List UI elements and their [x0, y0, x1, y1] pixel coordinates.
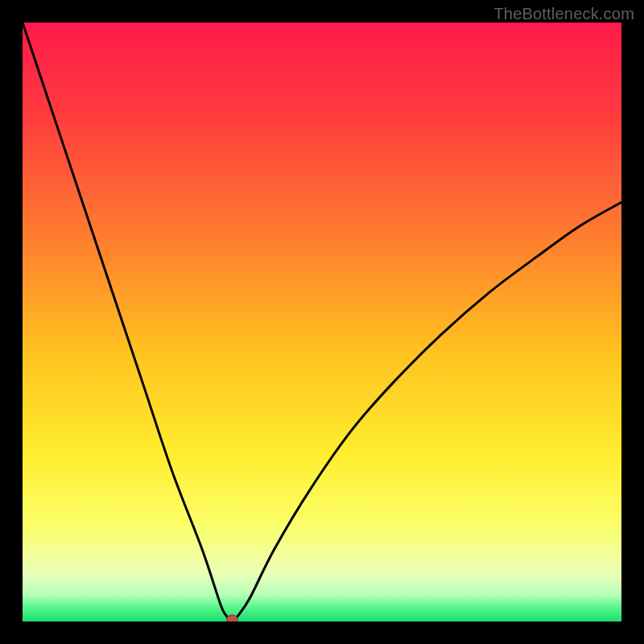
svg-point-0	[226, 615, 237, 621]
watermark-text: TheBottleneck.com	[493, 5, 634, 23]
chart-frame: TheBottleneck.com	[0, 0, 644, 644]
optimum-marker	[226, 615, 237, 621]
gradient-background	[23, 23, 621, 621]
chart-svg	[23, 23, 621, 621]
plot-area	[23, 23, 621, 621]
